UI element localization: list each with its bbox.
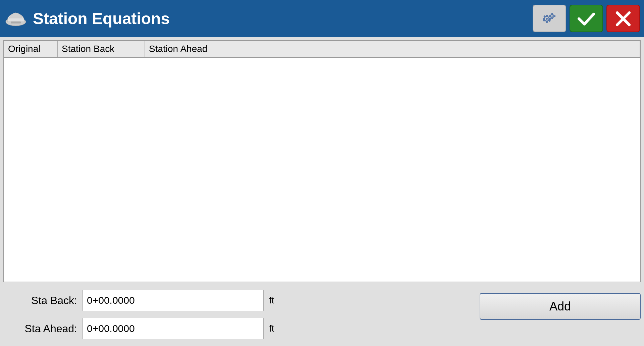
col-header-station-ahead: Station Ahead xyxy=(145,41,640,57)
app-logo xyxy=(4,7,28,30)
app-title: Station Equations xyxy=(33,9,533,28)
svg-rect-6 xyxy=(543,18,544,20)
table-body xyxy=(4,58,640,282)
close-icon xyxy=(613,9,633,28)
sta-ahead-label: Sta Ahead: xyxy=(3,323,77,335)
gear-icon xyxy=(539,9,559,28)
ok-button[interactable] xyxy=(570,5,603,32)
app-window: Station Equations xyxy=(0,0,644,346)
table-header: Original Station Back Station Ahead xyxy=(4,41,640,58)
col-header-station-back: Station Back xyxy=(58,41,145,57)
col-header-original: Original xyxy=(4,41,58,57)
svg-rect-16 xyxy=(549,15,551,17)
sta-back-unit: ft xyxy=(269,295,274,306)
header-buttons xyxy=(533,5,640,32)
svg-rect-1 xyxy=(11,21,21,23)
sta-ahead-row: Sta Ahead: ft xyxy=(3,318,473,339)
svg-point-13 xyxy=(551,15,553,17)
form-fields: Sta Back: ft Sta Ahead: ft xyxy=(3,290,473,339)
svg-rect-14 xyxy=(551,13,553,14)
content-area: Original Station Back Station Ahead Sta … xyxy=(0,37,644,346)
svg-point-3 xyxy=(546,18,548,20)
svg-rect-17 xyxy=(554,15,555,17)
add-button[interactable]: Add xyxy=(480,293,641,320)
sta-back-label: Sta Back: xyxy=(3,294,77,307)
cancel-button[interactable] xyxy=(606,5,640,32)
header: Station Equations xyxy=(0,0,644,37)
sta-ahead-input[interactable] xyxy=(83,318,264,339)
svg-rect-7 xyxy=(549,18,551,20)
sta-back-row: Sta Back: ft xyxy=(3,290,473,311)
sta-ahead-unit: ft xyxy=(269,323,274,334)
bottom-form: Sta Back: ft Sta Ahead: ft Add xyxy=(3,286,641,343)
sta-back-input[interactable] xyxy=(83,290,264,311)
station-equations-table: Original Station Back Station Ahead xyxy=(3,40,641,282)
svg-rect-4 xyxy=(546,15,548,16)
svg-rect-5 xyxy=(546,21,548,23)
settings-button[interactable] xyxy=(533,5,566,32)
checkmark-icon xyxy=(576,9,596,28)
svg-rect-15 xyxy=(551,18,553,19)
